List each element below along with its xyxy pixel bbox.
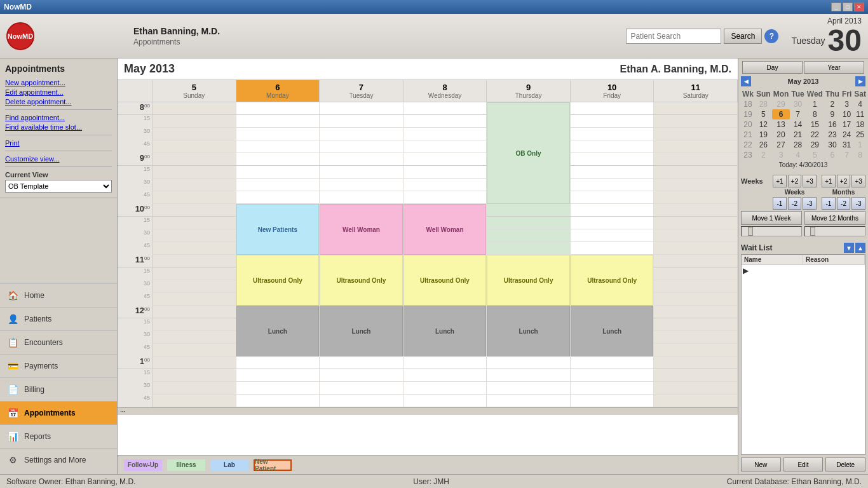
cal-cell[interactable]: [487, 382, 571, 395]
cal-cell[interactable]: [153, 217, 236, 229]
cal-cell[interactable]: [153, 382, 236, 395]
cal-cell[interactable]: [654, 217, 738, 229]
mini-cal-day[interactable]: 5: [755, 109, 772, 119]
months-plus2-button[interactable]: +2: [837, 175, 851, 187]
mini-cal-day[interactable]: 19: [755, 130, 772, 140]
cal-cell[interactable]: [654, 318, 738, 331]
cal-cell[interactable]: [654, 229, 738, 242]
cal-cell[interactable]: [153, 102, 236, 115]
cal-cell[interactable]: [571, 395, 654, 407]
cal-cell[interactable]: [236, 179, 320, 191]
maximize-button[interactable]: □: [843, 3, 853, 11]
cal-cell[interactable]: [487, 395, 571, 407]
cal-cell[interactable]: [320, 191, 403, 204]
appointment-block[interactable]: OB Only: [487, 102, 570, 204]
sidebar-item-payments[interactable]: 💳 Payments: [0, 354, 117, 377]
cal-cell[interactable]: [153, 255, 236, 268]
current-view-select[interactable]: OB Template: [5, 180, 112, 193]
calendar-body[interactable]: 800OB Only1530459001530451000New Patient…: [118, 102, 738, 455]
cal-cell[interactable]: [320, 166, 403, 179]
cal-cell[interactable]: Ultrasound Only: [236, 255, 320, 268]
wait-arrow-up[interactable]: ▲: [855, 243, 865, 253]
cal-cell[interactable]: Well Woman: [403, 204, 487, 217]
cal-cell[interactable]: [153, 153, 236, 166]
mini-cal-day[interactable]: 25: [853, 130, 867, 140]
cal-cell[interactable]: [403, 369, 487, 382]
month-slider[interactable]: [804, 226, 865, 236]
cal-cell[interactable]: [403, 128, 487, 140]
cal-cell[interactable]: [153, 191, 236, 204]
cal-cell[interactable]: [153, 140, 236, 153]
mini-cal-day[interactable]: 30: [790, 99, 805, 109]
mini-cal-day[interactable]: 5: [806, 150, 824, 160]
mini-cal-day[interactable]: 29: [806, 140, 824, 150]
cal-cell[interactable]: [153, 331, 236, 344]
cal-cell[interactable]: Ultrasound Only: [403, 255, 487, 268]
weeks-plus3-button[interactable]: +3: [803, 175, 817, 187]
cal-cell[interactable]: [153, 280, 236, 293]
print-link[interactable]: Print: [5, 139, 112, 147]
cal-cell[interactable]: [654, 280, 738, 293]
week-slider-thumb[interactable]: [748, 227, 753, 236]
cal-cell[interactable]: Lunch: [487, 306, 571, 318]
follow-up-color[interactable]: Follow-Up: [124, 459, 162, 471]
cal-cell[interactable]: [236, 140, 320, 153]
cal-cell[interactable]: [153, 128, 236, 140]
month-slider-thumb[interactable]: [810, 227, 815, 236]
cal-cell[interactable]: [654, 356, 738, 369]
cal-cell[interactable]: [571, 242, 654, 255]
cal-cell[interactable]: [153, 115, 236, 128]
mini-cal-day[interactable]: 8: [806, 109, 824, 119]
appointment-block[interactable]: Ultrasound Only: [487, 255, 570, 306]
wait-delete-button[interactable]: Delete: [825, 458, 865, 471]
cal-cell[interactable]: [487, 204, 571, 217]
cal-cell[interactable]: [236, 153, 320, 166]
cal-cell[interactable]: [236, 356, 320, 369]
mini-cal-day[interactable]: 3: [772, 150, 790, 160]
cal-cell[interactable]: [403, 395, 487, 407]
new-appointment-link[interactable]: New appointment...: [5, 79, 112, 86]
wait-arrow-down[interactable]: ▼: [844, 243, 854, 253]
cal-cell[interactable]: [153, 318, 236, 331]
cal-cell[interactable]: [654, 140, 738, 153]
cal-cell[interactable]: [153, 242, 236, 255]
find-time-slot-link[interactable]: Find available time slot...: [5, 123, 112, 131]
mini-cal-day[interactable]: 26: [755, 140, 772, 150]
sidebar-item-encounters[interactable]: 📋 Encounters: [0, 330, 117, 354]
mini-cal-day[interactable]: 31: [841, 140, 853, 150]
cal-cell[interactable]: [153, 179, 236, 191]
cal-cell[interactable]: [236, 395, 320, 407]
cal-cell[interactable]: [403, 166, 487, 179]
cal-cell[interactable]: [236, 166, 320, 179]
cal-cell[interactable]: [320, 395, 403, 407]
cal-cell[interactable]: [236, 128, 320, 140]
cal-cell[interactable]: [654, 306, 738, 318]
cal-cell[interactable]: [153, 204, 236, 217]
weeks-minus3-button[interactable]: -3: [803, 197, 817, 210]
sidebar-item-reports[interactable]: 📊 Reports: [0, 424, 117, 448]
sidebar-item-home[interactable]: 🏠 Home: [0, 283, 117, 307]
cal-cell[interactable]: [654, 242, 738, 255]
mini-cal-day[interactable]: 12: [755, 119, 772, 130]
cal-cell[interactable]: [320, 102, 403, 115]
cal-cell[interactable]: [571, 128, 654, 140]
appointment-block[interactable]: Lunch: [236, 306, 320, 356]
cal-cell[interactable]: [571, 191, 654, 204]
mini-cal-day[interactable]: 22: [806, 130, 824, 140]
mini-cal-day[interactable]: 1: [853, 140, 867, 150]
appointment-block[interactable]: Lunch: [487, 306, 570, 356]
appointment-block[interactable]: Ultrasound Only: [403, 255, 487, 306]
delete-appointment-link[interactable]: Delete appointment...: [5, 98, 112, 105]
appointment-block[interactable]: Ultrasound Only: [236, 255, 320, 306]
cal-cell[interactable]: [320, 382, 403, 395]
cal-cell[interactable]: [571, 179, 654, 191]
cal-cell[interactable]: Lunch: [403, 306, 487, 318]
cal-cell[interactable]: Lunch: [236, 306, 320, 318]
patient-search-input[interactable]: [626, 29, 721, 44]
cal-cell[interactable]: [654, 153, 738, 166]
cal-cell[interactable]: [571, 369, 654, 382]
cal-cell[interactable]: [487, 242, 571, 255]
mini-cal-day[interactable]: 17: [841, 119, 853, 130]
mini-cal-day[interactable]: 29: [772, 99, 790, 109]
cal-cell[interactable]: [403, 179, 487, 191]
